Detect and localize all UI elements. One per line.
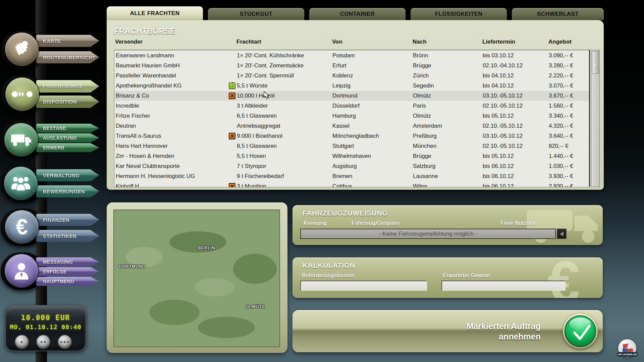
column-header-kennung: Kennung xyxy=(304,220,327,226)
sidebar-item-label: KARTE xyxy=(43,38,61,44)
cell-liefertermin: 02.10.-05.10.12 xyxy=(483,103,523,109)
cell-liefertermin: bis 05.10.12 xyxy=(483,113,514,119)
vehicle-list-prev-button[interactable] xyxy=(557,229,567,239)
table-row[interactable]: Baumarkt Haurien GmbH 1× 20'-Cont. Zemen… xyxy=(114,61,589,71)
table-row[interactable]: Brisanz & Co ✕ 10.000 l Heizöl Dortmund … xyxy=(114,91,589,101)
sidebar-item-label: FINANZEN xyxy=(43,217,69,223)
tab-stueckgut[interactable]: STÜCKGUT xyxy=(208,8,304,20)
table-row[interactable]: Eisenwaren Landmann 1× 20'-Cont. Kühlsch… xyxy=(114,51,589,61)
cell-angebot: 2.220,-- € xyxy=(549,72,573,79)
sidebar-item-messaging[interactable]: MESSAGING xyxy=(36,257,99,266)
cell-von: Augsburg xyxy=(332,163,357,170)
truck-icon[interactable] xyxy=(4,123,38,157)
cell-versender: Deutran xyxy=(116,123,136,129)
table-row[interactable]: Passfeller Warenhandel 1× 20'-Cont. Sper… xyxy=(114,71,589,81)
cell-angebot: 1.030,-- € xyxy=(549,163,573,170)
cell-von: Erfurt xyxy=(332,62,346,69)
sidebar-item-label: BESTAND xyxy=(43,126,66,131)
expected-profit-field[interactable] xyxy=(441,281,566,291)
table-row[interactable]: Zirr - Hosen & Hemden 5,5 t Hosen Wilhel… xyxy=(114,151,589,161)
table-row[interactable]: Hermann H. Hessenlogistic UG 9 t Fischer… xyxy=(114,171,589,181)
cell-liefertermin: bis 06.10.12 xyxy=(483,183,514,187)
confirm-check-button[interactable] xyxy=(563,314,598,349)
cell-von: Bremen xyxy=(332,173,353,180)
freight-table: Eisenwaren Landmann 1× 20'-Cont. Kühlsch… xyxy=(114,50,589,187)
speed-fastest-button[interactable]: ►►► xyxy=(57,335,72,349)
europe-map-icon[interactable] xyxy=(5,33,39,66)
speed-play-button[interactable]: ► xyxy=(14,335,29,349)
cell-angebot: 1.440,-- € xyxy=(549,153,573,160)
table-row[interactable]: TransAll o-Saurus ✕ 9.000 l Bioethanol M… xyxy=(114,131,589,141)
cell-frachtart: 7 t Styropor xyxy=(237,163,266,170)
table-row[interactable]: Apothekengroßhandel KG 5,5 t Würste Leip… xyxy=(114,81,589,91)
cell-von: Leipzig xyxy=(332,82,351,89)
freight-table-scrollbar[interactable] xyxy=(591,50,600,187)
cell-frachtart: 1× 20'-Cont. Kühlschränke xyxy=(237,52,304,59)
table-row[interactable]: Kiphoff H. ✕ 3 t Munition Cottbus Wilna … xyxy=(114,181,589,187)
cell-nach: Olmütz xyxy=(413,93,431,99)
sidebar-item-hauptmenue[interactable]: HAUPTMENÜ xyxy=(36,277,99,286)
tab-alle-frachten[interactable]: ALLE FRACHTEN xyxy=(107,6,203,20)
sidebar-item-frachtboerse[interactable]: FRACHTBÖRSE xyxy=(36,80,99,93)
tab-container[interactable]: CONTAINER xyxy=(309,8,406,20)
tab-fluessigkeiten[interactable]: FLÜSSIGKEITEN xyxy=(411,8,507,20)
euro-icon[interactable]: € xyxy=(5,210,39,244)
route-icon[interactable] xyxy=(5,77,39,111)
transport-cost-field[interactable] xyxy=(300,281,427,291)
cell-angebot: 3.640,-- € xyxy=(549,133,573,139)
cell-von: Stuttgart xyxy=(332,143,354,149)
sidebar-item-bestand[interactable]: BESTAND xyxy=(36,124,99,133)
speed-fast-button[interactable]: ►► xyxy=(36,335,51,349)
accept-order-button[interactable]: Markierten Auftrag annehmen xyxy=(292,310,603,352)
table-row[interactable]: Kar Neval Clubtransporte 7 t Styropor Au… xyxy=(114,161,589,171)
sidebar-item-bewerbungen[interactable]: BEWERBUNGEN xyxy=(36,185,99,197)
cell-liefertermin: bis 04.10.12 xyxy=(483,82,514,89)
cell-angebot: 3.930,-- € xyxy=(549,173,573,180)
cell-liefertermin: 03.10.-05.10.12 xyxy=(483,93,523,99)
cell-von: Kassel xyxy=(332,123,350,129)
sidebar-item-disposition[interactable]: DISPOSITION xyxy=(36,96,99,108)
panel-title: FRACHTBÖRSE xyxy=(114,27,175,36)
tab-schwerlast[interactable]: SCHWERLAST xyxy=(512,8,604,20)
sidebar-item-verwaltung[interactable]: VERWALTUNG xyxy=(36,169,99,181)
people-icon[interactable] xyxy=(4,167,38,200)
publisher-watermark: 4PLAYERS.DE xyxy=(617,339,638,359)
cell-nach: Brügge xyxy=(413,62,431,69)
table-row[interactable]: Hans Hart Hannover 8,5 t Glaswaren Stutt… xyxy=(114,141,589,151)
sidebar-item-label: VERWALTUNG xyxy=(43,173,79,178)
hazard-icon: ✕ xyxy=(229,133,235,139)
person-icon[interactable] xyxy=(5,254,38,288)
table-row[interactable]: Incredble 3 t Altkleider Düsseldorf Pari… xyxy=(114,101,589,111)
table-row[interactable]: Fritze Fischer 6,5 t Glaswaren Hamburg O… xyxy=(114,111,589,121)
sidebar-item-routenuebersicht[interactable]: ROUTENÜBERSICHT xyxy=(36,51,99,63)
arrow-left-icon xyxy=(560,232,564,236)
scrollbar-thumb[interactable] xyxy=(592,51,599,74)
column-header-fahrzeug: Fahrzeug/Gespann xyxy=(352,220,400,226)
calculation-panel-title: KALKULATION xyxy=(303,261,355,269)
city-label-olmuetz: OLMÜTZ xyxy=(246,304,265,309)
sidebar-item-label: MESSAGING xyxy=(43,259,73,265)
table-row[interactable]: Deutran Antriebsaggregat Kassel Amsterda… xyxy=(114,121,589,131)
cell-nach: Segedin xyxy=(413,82,434,89)
truck-watermark-icon xyxy=(524,206,603,245)
cell-angebot: 2.930,-- € xyxy=(549,183,573,187)
sidebar-item-erfolge[interactable]: ERFOLGE xyxy=(36,267,99,276)
cell-versender: Eisenwaren Landmann xyxy=(116,52,174,59)
cell-frachtart: 1× 20'-Cont. Sperrmüll xyxy=(237,72,294,79)
vehicle-recommendation-list[interactable]: - Keine Fahrzeugempfehlung möglich - xyxy=(300,229,556,239)
money-display: 10.000 EUR xyxy=(6,314,86,322)
sidebar-item-auslastung[interactable]: AUSLASTUNG xyxy=(36,133,99,142)
sidebar-item-erwerb[interactable]: ERWERB xyxy=(36,143,99,152)
cell-frachtart: 10.000 l Heizöl xyxy=(237,93,274,99)
sidebar-item-statistiken[interactable]: STATISTIKEN xyxy=(36,230,99,242)
sidebar-item-finanzen[interactable]: FINANZEN xyxy=(36,214,99,226)
cell-nach: Brünn xyxy=(413,52,428,59)
sidebar-item-karte[interactable]: KARTE xyxy=(36,35,99,47)
tab-label: CONTAINER xyxy=(340,11,375,17)
game-screen: KARTE ROUTENÜBERSICHT FRACHTBÖRSE DISPOS… xyxy=(0,0,644,362)
sidebar-item-label: ROUTENÜBERSICHT xyxy=(43,55,96,60)
cell-versender: Apothekengroßhandel KG xyxy=(116,82,182,89)
cell-angebot: 3.090,-- € xyxy=(549,52,573,59)
city-label-berlin: BERLIN xyxy=(198,245,215,250)
cell-angebot: 3.280,-- € xyxy=(549,62,573,69)
